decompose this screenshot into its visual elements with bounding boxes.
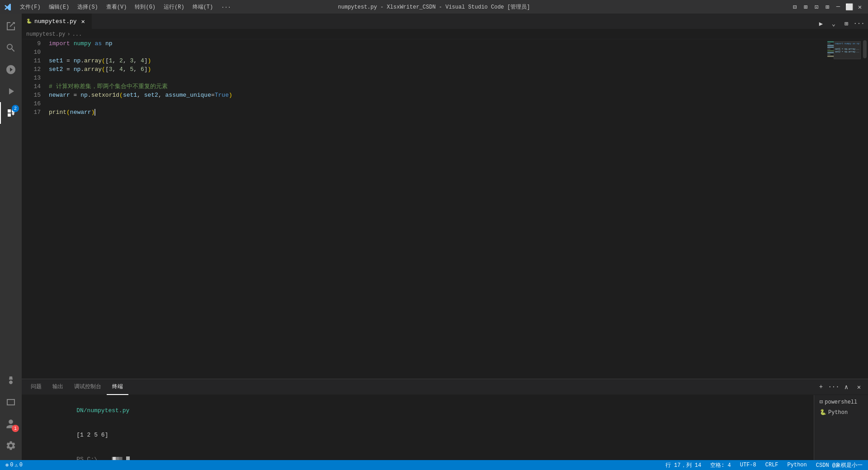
error-icon: ⊗	[5, 462, 9, 469]
breadcrumb-more[interactable]: ...	[72, 31, 82, 38]
restore-button[interactable]: ⬜	[845, 3, 853, 10]
terminal-powershell[interactable]: ⊡ powershell	[816, 397, 866, 407]
status-right: 行 17，列 14 空格: 4 UTF-8 CRLF Python CSDN @…	[664, 461, 864, 469]
code-line-11: set1 = np.array([1, 2, 3, 4])	[49, 56, 826, 65]
tab-numpytest[interactable]: 🐍 numpytest.py ✕	[22, 14, 92, 29]
status-line-ending[interactable]: CRLF	[764, 462, 780, 468]
menu-item-4[interactable]: 转到(G)	[131, 2, 159, 12]
warning-icon: ⚠	[14, 462, 18, 469]
panel-actions: + ··· ∧ ✕	[816, 381, 864, 392]
code-line-12: set2 = np.array([3, 4, 5, 6])	[49, 65, 826, 74]
sidebar-item-testing[interactable]	[0, 370, 22, 391]
status-language[interactable]: Python	[786, 462, 809, 468]
panel-terminal-area: DN/numpytest.py [1 2 5 6] PS C:\... ▓▒░ …	[22, 395, 868, 460]
title-bar-left: 文件(F)编辑(E)选择(S)查看(V)转到(G)运行(R)终端(T)...	[5, 2, 235, 12]
status-encoding[interactable]: UTF-8	[738, 462, 758, 468]
sidebar-item-explorer[interactable]	[0, 15, 22, 37]
terminal-line-3: PS C:\... ▓▒░	[27, 447, 808, 460]
panel-collapse-button[interactable]: ∧	[841, 381, 852, 392]
line-numbers: 9 10 11 12 13 14 15 16 17	[22, 39, 44, 379]
menu-item-3[interactable]: 查看(V)	[103, 2, 131, 12]
sidebar-item-remote[interactable]	[0, 391, 22, 413]
terminal-side-panel: ⊡ powershell 🐍 Python	[814, 395, 868, 460]
activity-bar-bottom: 1	[0, 370, 22, 460]
sidebar-item-settings[interactable]	[0, 435, 22, 456]
split-editor-button[interactable]: ⊞	[841, 18, 852, 29]
minimap-thumbnail: import numpy as np set1 = np.array... se…	[834, 41, 861, 59]
sidebar-item-source-control[interactable]	[0, 59, 22, 80]
terminal-main: DN/numpytest.py [1 2 5 6] PS C:\... ▓▒░	[22, 395, 814, 460]
layout-icon[interactable]: ⊟	[791, 3, 798, 10]
status-left: ⊗ 0 ⚠ 0	[4, 462, 24, 469]
title-bar-right: ⊟ ⊞ ⊡ ⊞ ─ ⬜ ✕	[791, 3, 863, 10]
menu-item-2[interactable]: 选择(S)	[74, 2, 102, 12]
line-num-10: 10	[25, 48, 41, 56]
code-line-10	[49, 48, 826, 56]
panel-more-button[interactable]: ···	[828, 381, 839, 392]
panel-tab-output[interactable]: 输出	[47, 379, 69, 395]
powershell-icon: ⊡	[820, 399, 823, 405]
customize-layout-icon[interactable]: ⊞	[824, 3, 831, 10]
tab-close-button[interactable]: ✕	[80, 18, 87, 25]
terminal-content[interactable]: DN/numpytest.py [1 2 5 6] PS C:\... ▓▒░	[22, 395, 814, 460]
status-spaces[interactable]: 空格: 4	[708, 461, 733, 469]
breadcrumb-separator: ›	[67, 31, 70, 38]
close-button[interactable]: ✕	[856, 3, 863, 10]
menu-item-7[interactable]: ...	[217, 2, 235, 12]
vscode-logo-icon	[5, 3, 12, 10]
more-actions-button[interactable]: ···	[854, 18, 864, 29]
sidebar-item-search[interactable]	[0, 37, 22, 59]
terminal-python[interactable]: 🐍 Python	[816, 407, 866, 418]
panel-tab-debug-console[interactable]: 调试控制台	[69, 379, 107, 395]
warning-count: 0	[19, 462, 23, 468]
panel-tab-terminal[interactable]: 终端	[107, 379, 128, 395]
sidebar-item-accounts[interactable]: 1	[0, 413, 22, 435]
bottom-panel: 问题 输出 调试控制台 终端 + ··· ∧ ✕ DN/numpytest.py	[22, 379, 868, 460]
code-content[interactable]: import numpy as np set1 = np.array([1, 2…	[44, 39, 826, 379]
status-bar: ⊗ 0 ⚠ 0 行 17，列 14 空格: 4 UTF-8 CRLF Pytho…	[0, 460, 868, 470]
python-terminal-icon: 🐍	[820, 409, 826, 416]
status-extension[interactable]: CSDN @象棋是小一	[814, 461, 864, 469]
code-line-17: print(newarr)	[49, 108, 826, 117]
accounts-badge: 1	[12, 425, 19, 432]
code-line-13	[49, 74, 826, 82]
menu-item-1[interactable]: 编辑(E)	[45, 2, 73, 12]
panel-close-button[interactable]: ✕	[854, 381, 864, 392]
error-count: 0	[10, 462, 13, 468]
code-editor[interactable]: 9 10 11 12 13 14 15 16 17 import numpy a…	[22, 39, 868, 379]
editor-area: 🐍 numpytest.py ✕ ▶ ⌄ ⊞ ··· numpytest.py …	[22, 14, 868, 460]
minimize-button[interactable]: ─	[835, 3, 842, 10]
status-position[interactable]: 行 17，列 14	[664, 461, 703, 469]
code-line-15: newarr = np.setxor1d(set1, set2, assume_…	[49, 91, 826, 99]
title-bar: 文件(F)编辑(E)选择(S)查看(V)转到(G)运行(R)终端(T)... n…	[0, 0, 868, 14]
line-num-9: 9	[25, 39, 41, 48]
line-num-13: 13	[25, 74, 41, 82]
run-button[interactable]: ▶	[816, 18, 826, 29]
tab-label: numpytest.py	[34, 18, 77, 25]
panel-layout-icon[interactable]: ⊞	[802, 3, 809, 10]
menu-item-0[interactable]: 文件(F)	[16, 2, 44, 12]
menu-item-6[interactable]: 终端(T)	[189, 2, 217, 12]
sidebar-item-extensions[interactable]: 2	[0, 102, 22, 124]
status-errors[interactable]: ⊗ 0 ⚠ 0	[4, 462, 24, 469]
terminal-line-2: [1 2 5 6]	[27, 423, 808, 447]
code-line-14: # 计算对称差集，即两个集合中不重复的元素	[49, 82, 826, 91]
sidebar-item-run-debug[interactable]	[0, 80, 22, 102]
panel-tab-problems[interactable]: 问题	[25, 379, 47, 395]
line-num-17: 17	[25, 108, 41, 117]
tab-bar: 🐍 numpytest.py ✕ ▶ ⌄ ⊞ ···	[22, 14, 868, 29]
minimap: import numpy as np set1 = np.array... se…	[826, 39, 862, 379]
editor-scrollbar[interactable]	[862, 39, 868, 379]
extensions-badge: 2	[12, 105, 19, 112]
line-num-16: 16	[25, 99, 41, 108]
menu-item-5[interactable]: 运行(R)	[160, 2, 188, 12]
panel-tabs: 问题 输出 调试控制台 终端 + ··· ∧ ✕	[22, 379, 868, 395]
run-dropdown-button[interactable]: ⌄	[828, 18, 839, 29]
new-terminal-button[interactable]: +	[816, 381, 826, 392]
main-area: 2 1 🐍 numpytest.py ✕	[0, 14, 868, 460]
window-title: numpytest.py - XlsxWriter_CSDN - Visual …	[338, 3, 530, 11]
code-line-9: import numpy as np	[49, 39, 826, 48]
split-layout-icon[interactable]: ⊡	[813, 3, 820, 10]
breadcrumb-file[interactable]: numpytest.py	[26, 31, 65, 38]
line-num-12: 12	[25, 65, 41, 74]
